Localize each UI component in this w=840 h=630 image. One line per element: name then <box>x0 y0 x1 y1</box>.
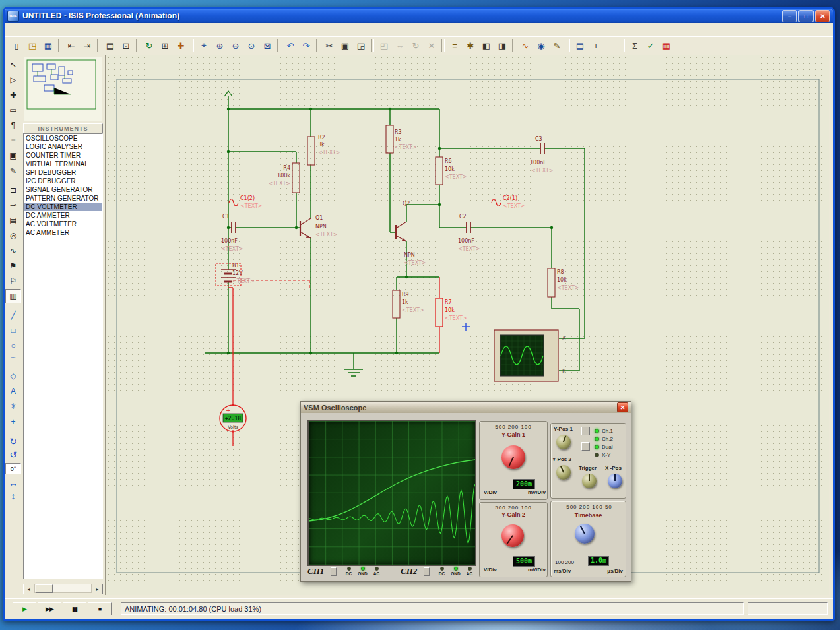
toolbar-button[interactable] <box>441 39 445 52</box>
selector-scrollbar[interactable]: ◄ ► <box>23 584 103 593</box>
menu-item[interactable] <box>69 28 79 32</box>
menu-item[interactable] <box>60 28 69 32</box>
scope-titlebar[interactable]: VSM Oscilloscope ✕ <box>301 402 631 413</box>
stop-button[interactable]: ■ <box>88 602 112 615</box>
electrical-rule-check-button[interactable]: ✓ <box>643 38 659 53</box>
toolbar-button[interactable] <box>371 39 374 52</box>
instrument-item[interactable]: DC AMMETER <box>24 211 102 220</box>
export-section-button[interactable]: ⇥ <box>79 38 95 53</box>
cut-button[interactable]: ✂ <box>321 38 337 53</box>
tool-subcircuit[interactable]: ▣ <box>5 148 21 163</box>
menu-item[interactable] <box>5 28 14 32</box>
y-pos1-knob[interactable] <box>556 435 571 449</box>
wire-autorouter-button[interactable]: ∿ <box>517 38 533 53</box>
search-tag-button[interactable]: ◉ <box>533 38 549 53</box>
play-button[interactable]: ▶ <box>13 602 36 615</box>
trigger-knob[interactable] <box>582 474 597 488</box>
x-pos-knob[interactable] <box>608 474 622 488</box>
mirror-horizontal-button[interactable]: ↔ <box>6 476 20 489</box>
y-gain2-knob[interactable] <box>501 524 524 547</box>
tool-bus[interactable]: ≡ <box>5 133 21 148</box>
maximize-button[interactable]: □ <box>798 10 814 22</box>
y-gain1-knob[interactable] <box>501 445 525 469</box>
menu-item[interactable] <box>42 28 51 32</box>
toolbar-button[interactable] <box>622 39 625 52</box>
property-assignment-button[interactable]: ✎ <box>549 38 565 53</box>
menu-item[interactable] <box>51 28 60 32</box>
instrument-item[interactable]: OSCILLOSCOPE <box>24 134 102 142</box>
tool-selection[interactable]: ↖ <box>5 57 21 72</box>
mark-output-area-button[interactable]: ⊡ <box>118 38 134 53</box>
mirror-vertical-button[interactable]: ↕ <box>6 489 20 503</box>
menu-item[interactable] <box>32 28 42 32</box>
pan-button[interactable]: ⌖ <box>196 38 212 53</box>
undo-button[interactable]: ↶ <box>282 38 298 53</box>
scope-close-button[interactable]: ✕ <box>617 402 628 412</box>
design-explorer-button[interactable]: ▤ <box>572 38 588 53</box>
packaging-tool-button[interactable]: ◧ <box>478 38 494 53</box>
make-device-button[interactable]: ✱ <box>463 38 478 53</box>
scrollbar-track[interactable] <box>34 584 92 593</box>
tool-2d-arc[interactable]: ⌒ <box>5 354 21 368</box>
ch1-coupling-button[interactable] <box>331 567 337 576</box>
tool-generator[interactable]: ∿ <box>5 243 21 258</box>
titlebar[interactable]: ISIS UNTITLED - ISIS Professional (Anima… <box>5 9 833 23</box>
zoom-out-button[interactable]: ⊖ <box>228 38 243 53</box>
tool-2d-marker[interactable]: + <box>5 414 21 429</box>
dual-mode-button[interactable] <box>581 442 590 451</box>
bill-of-materials-button[interactable]: Σ <box>627 38 643 53</box>
instrument-item[interactable]: AC AMMETER <box>24 228 102 237</box>
instrument-item[interactable]: I2C DEBUGGER <box>24 177 102 185</box>
remove-sheet-button[interactable]: − <box>604 38 620 53</box>
block-copy-button[interactable]: ◰ <box>376 38 392 53</box>
tool-current-probe[interactable]: ⚐ <box>5 274 21 288</box>
toggle-grid-button[interactable]: ⊞ <box>157 38 173 53</box>
ch2-coupling-button[interactable] <box>424 567 430 576</box>
toolbar-button[interactable] <box>567 39 570 52</box>
instrument-item[interactable]: PATTERN GENERATOR <box>24 194 102 203</box>
menu-item[interactable] <box>88 28 97 32</box>
menu-item[interactable] <box>23 28 32 32</box>
tool-terminal[interactable]: ⊐ <box>5 183 21 197</box>
ch1-mode-button[interactable] <box>581 427 590 435</box>
timebase-knob[interactable] <box>575 524 595 544</box>
toolbar-button[interactable] <box>136 39 139 52</box>
rotate-clockwise-button[interactable]: ↻ <box>6 435 20 448</box>
dc-voltmeter[interactable]: + +2.18 Volts <box>220 404 246 433</box>
overview-preview[interactable] <box>24 57 102 121</box>
menu-item[interactable] <box>106 28 115 32</box>
menu-item[interactable] <box>79 28 88 32</box>
close-button[interactable]: ✕ <box>815 10 830 22</box>
tool-junction-dot[interactable]: ✚ <box>5 88 21 102</box>
tool-tape[interactable]: ◎ <box>5 228 21 243</box>
print-button[interactable]: ▤ <box>102 38 118 53</box>
netlist-to-ares-button[interactable]: ▦ <box>659 38 674 53</box>
tool-2d-path[interactable]: ◇ <box>5 369 21 383</box>
block-delete-button[interactable]: ✕ <box>424 38 439 53</box>
toolbar-button[interactable] <box>512 39 515 52</box>
block-rotate-button[interactable]: ↻ <box>408 38 424 53</box>
tool-instant-edit[interactable]: ✎ <box>5 164 21 178</box>
tool-text-script[interactable]: ¶ <box>5 118 21 133</box>
instrument-item[interactable]: VIRTUAL TERMINAL <box>24 160 102 168</box>
instrument-item[interactable]: COUNTER TIMER <box>24 151 102 160</box>
minimize-button[interactable]: – <box>782 10 797 22</box>
new-document-button[interactable]: ▯ <box>9 38 24 53</box>
tool-2d-line[interactable]: ╱ <box>5 308 21 323</box>
import-section-button[interactable]: ⇤ <box>63 38 79 53</box>
copy-button[interactable]: ▣ <box>337 38 353 53</box>
vsm-oscilloscope-window[interactable]: VSM Oscilloscope ✕ 500 200 100 Y-Gain 1 <box>300 401 631 582</box>
rotate-anticlockwise-button[interactable]: ↺ <box>6 448 20 461</box>
toolbar-button[interactable] <box>191 39 194 52</box>
decompose-button[interactable]: ◨ <box>494 38 510 53</box>
scroll-right-button[interactable]: ► <box>92 584 103 594</box>
save-document-button[interactable]: ▦ <box>40 38 56 53</box>
toolbar-button[interactable] <box>97 39 100 52</box>
block-move-button[interactable]: ⇔ <box>392 38 408 53</box>
paste-button[interactable]: ◲ <box>353 38 369 53</box>
tool-2d-box[interactable]: □ <box>5 323 21 338</box>
menu-item[interactable] <box>97 28 106 32</box>
new-sheet-button[interactable]: + <box>588 38 604 53</box>
toolbar-button[interactable] <box>58 39 61 52</box>
tool-wire-label[interactable]: ▭ <box>5 103 21 117</box>
